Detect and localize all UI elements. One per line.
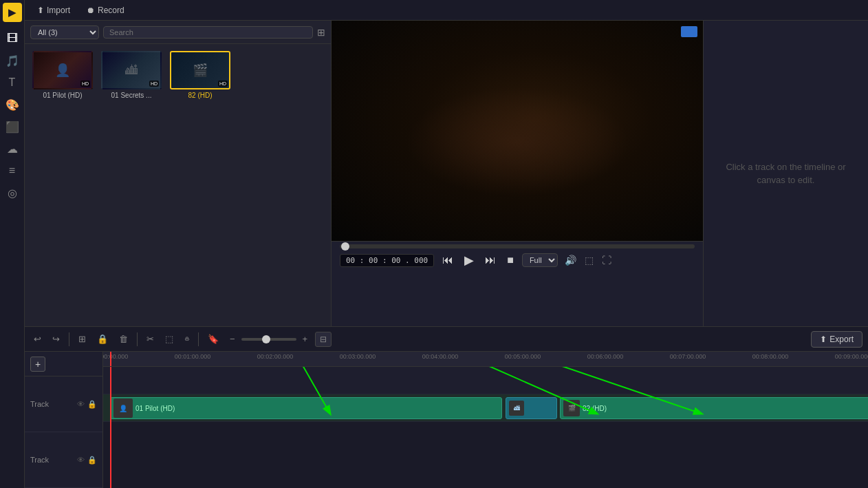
export-label: Export <box>829 335 854 344</box>
media-toolbar: All (3) ⊞ <box>25 21 331 44</box>
stop-button[interactable]: ■ <box>504 253 517 268</box>
clip-label: 82 (HD) <box>583 405 607 412</box>
timeline-section: ↩ ↪ ⊞ 🔒 🗑 ✂ ⬚ ⧝ 🔖 − + ⊟ ⬆ Export <box>25 326 868 488</box>
hd-badge: HD <box>80 81 90 87</box>
sidebar-item-effects[interactable]: 🎨 <box>3 95 22 114</box>
timeline-content: + Track 👁 🔒 Track 👁 🔒 <box>25 352 868 488</box>
sidebar: ▶ 🎞 🎵 T 🎨 ⬛ ☁ ≡ ◎ <box>0 0 25 488</box>
track-icons: 👁 🔒 <box>77 456 97 465</box>
export-button[interactable]: ⬆ Export <box>811 331 862 348</box>
video-scene <box>332 21 703 241</box>
sidebar-item-text[interactable]: T <box>3 73 22 92</box>
visibility-icon[interactable]: 👁 <box>77 456 85 465</box>
ruler-mark: 00:01:00.000 <box>175 353 211 360</box>
track-icons: 👁 🔒 <box>77 400 97 409</box>
playback-area: 00 : 00 : 00 . 000 ⏮ ▶ ⏭ ■ Full 🔊 ⬚ ⛶ <box>332 241 703 272</box>
zoom-out-button[interactable]: − <box>226 332 239 346</box>
ruler-mark: 00:02:00.000 <box>257 353 294 360</box>
cut-button[interactable]: ✂ <box>143 332 158 346</box>
timeline-clip[interactable]: 👤 01 Pilot (HD) <box>110 397 502 419</box>
media-search-input[interactable] <box>103 26 313 39</box>
seekbar-wrapper <box>332 244 703 248</box>
video-watermark-icon <box>681 26 697 37</box>
play-button[interactable]: ▶ <box>462 251 477 269</box>
sidebar-item-transitions[interactable]: ⬛ <box>3 117 22 136</box>
sidebar-item-tools[interactable]: ◎ <box>3 183 22 202</box>
add-track-button[interactable]: + <box>30 357 45 372</box>
track-add-row: + <box>25 352 102 376</box>
media-grid-toggle[interactable]: ⊞ <box>317 27 325 38</box>
track-labels: + Track 👁 🔒 Track 👁 🔒 <box>25 352 103 488</box>
zoom-thumb[interactable] <box>262 335 270 343</box>
track-label-row: Track 👁 🔒 <box>25 376 102 432</box>
ruler-mark: 00:07:00.000 <box>670 353 706 360</box>
split-button[interactable]: ⧝ <box>181 332 193 346</box>
ruler-mark: 00:09:00.000 <box>835 353 868 360</box>
topbar: ⬆ Import ⏺ Record <box>25 0 868 21</box>
sidebar-item-filters[interactable]: ☁ <box>3 139 22 158</box>
ruler-mark: 00:05:00.000 <box>505 353 541 360</box>
timeline-clip[interactable]: 🎬 82 (HD) <box>560 397 868 419</box>
sidebar-item-overlays[interactable]: ≡ <box>3 161 22 180</box>
zoom-control: − + <box>226 332 311 346</box>
hd-badge: HD <box>218 81 228 87</box>
track-empty-area[interactable] <box>103 367 868 394</box>
sidebar-item-audio[interactable]: 🎵 <box>3 51 22 70</box>
undo-button[interactable]: ↩ <box>30 332 45 346</box>
panel-toggle-button[interactable]: ⊟ <box>315 332 332 347</box>
crop-button[interactable]: ⬚ <box>583 253 595 267</box>
volume-button[interactable]: 🔊 <box>563 253 578 267</box>
timeline-tracks: 👤 01 Pilot (HD) 🏙 🎬 82 (HD) <box>103 367 868 488</box>
ruler-mark: 00:04:00.000 <box>422 353 459 360</box>
clip-label: 01 Pilot (HD) <box>135 405 175 412</box>
track-row[interactable] <box>103 367 868 394</box>
snap-button[interactable]: ⊞ <box>75 332 89 346</box>
list-item[interactable]: 🏙 HD 01 Secrets ... <box>100 51 162 99</box>
preview-video[interactable] <box>332 21 703 241</box>
list-item[interactable]: 🎬 HD 82 (HD) <box>169 51 231 99</box>
record-button[interactable]: ⏺ Record <box>80 3 131 17</box>
redo-button[interactable]: ↪ <box>49 332 63 346</box>
sidebar-item-media[interactable]: 🎞 <box>3 29 22 48</box>
media-panel: All (3) ⊞ 👤 HD 01 Pilot (HD) <box>25 21 332 326</box>
visibility-icon[interactable]: 👁 <box>77 400 85 409</box>
clip-thumb: 👤 <box>113 399 133 418</box>
seekbar[interactable] <box>340 244 695 248</box>
track-label: Track <box>30 400 49 408</box>
record-label: Record <box>98 6 124 15</box>
fastforward-button[interactable]: ⏭ <box>482 253 499 268</box>
lock-track-icon[interactable]: 🔒 <box>87 400 97 409</box>
media-item-label: 01 Secrets ... <box>111 92 152 99</box>
media-grid: 👤 HD 01 Pilot (HD) 🏙 HD 01 Secrets ... <box>25 44 331 106</box>
scene-light <box>406 87 629 197</box>
track-label-row: Track 👁 🔒 <box>25 432 102 488</box>
zoom-track[interactable] <box>241 338 296 341</box>
marker-button[interactable]: 🔖 <box>204 332 222 346</box>
seekbar-thumb[interactable] <box>341 242 349 251</box>
media-thumb: 🏙 HD <box>101 51 162 89</box>
timeline-clip[interactable]: 🏙 <box>506 397 557 419</box>
delete-button[interactable]: 🗑 <box>116 332 131 346</box>
track-row[interactable]: 👤 01 Pilot (HD) 🏙 🎬 82 (HD) <box>103 394 868 422</box>
media-thumb: 🎬 HD <box>170 51 230 89</box>
record-icon: ⏺ <box>87 6 95 15</box>
hd-badge: HD <box>149 81 159 87</box>
rewind-button[interactable]: ⏮ <box>440 253 456 268</box>
fullscreen-button[interactable]: ⛶ <box>600 253 613 267</box>
import-button[interactable]: ⬆ Import <box>30 3 77 17</box>
app-logo: ▶ <box>3 3 22 22</box>
main-area: ⬆ Import ⏺ Record All (3) ⊞ <box>25 0 868 488</box>
preview-row: 00 : 00 : 00 . 000 ⏮ ▶ ⏭ ■ Full 🔊 ⬚ ⛶ <box>332 21 868 326</box>
media-item-label: 01 Pilot (HD) <box>43 92 82 99</box>
import-label: Import <box>47 6 70 15</box>
lock-button[interactable]: 🔒 <box>94 332 111 346</box>
zoom-in-button[interactable]: + <box>299 332 312 346</box>
separator2 <box>137 332 138 346</box>
list-item[interactable]: 👤 HD 01 Pilot (HD) <box>32 51 94 99</box>
lock-track-icon[interactable]: 🔒 <box>87 456 97 465</box>
quality-select[interactable]: Full <box>522 253 558 267</box>
ruler-mark: 00:06:00.000 <box>587 353 624 360</box>
media-filter-select[interactable]: All (3) <box>30 25 99 39</box>
crop-tl-button[interactable]: ⬚ <box>162 332 177 346</box>
clip-thumb: 🎬 <box>563 400 580 416</box>
